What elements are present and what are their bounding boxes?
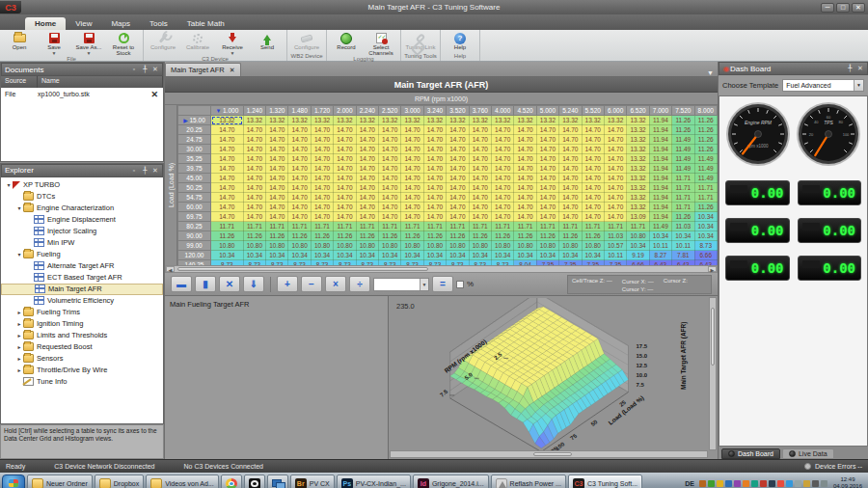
table-cell[interactable]: 14.70 (288, 154, 311, 164)
table-cell[interactable]: 11.71 (672, 193, 694, 203)
close-icon[interactable]: ✕ (151, 167, 159, 175)
table-cell[interactable]: 14.70 (604, 203, 626, 212)
table-cell[interactable]: 14.70 (447, 203, 469, 212)
table-cell[interactable]: 14.70 (447, 212, 469, 222)
reset-to-stock-button[interactable]: Reset to Stock (107, 31, 140, 56)
table-cell[interactable]: 14.70 (311, 203, 333, 212)
table-cell[interactable]: 14.70 (582, 164, 604, 174)
table-cell[interactable]: 14.70 (311, 164, 333, 174)
table-cell[interactable]: 11.94 (649, 135, 671, 145)
column-header[interactable]: 1.320 (266, 106, 288, 116)
column-header[interactable]: 6.000 (604, 106, 626, 116)
tray-icon[interactable] (725, 480, 732, 487)
table-cell[interactable]: 10.80 (423, 241, 446, 251)
table-cell[interactable]: 11.71 (491, 222, 513, 231)
tray-icon[interactable] (734, 480, 741, 487)
table-cell[interactable]: 11.26 (694, 125, 718, 135)
table-cell[interactable]: 11.71 (423, 222, 446, 231)
table-cell[interactable]: 10.34 (649, 231, 671, 241)
table-cell[interactable]: 10.80 (514, 241, 536, 251)
table-cell[interactable]: 10.34 (334, 251, 356, 260)
table-cell[interactable]: 11.71 (536, 222, 558, 231)
table-cell[interactable]: 14.70 (447, 154, 469, 164)
table-cell[interactable]: 14.70 (536, 145, 558, 154)
tray-icon[interactable] (708, 480, 715, 487)
table-cell[interactable]: 14.70 (311, 193, 333, 203)
table-cell[interactable]: 11.49 (672, 145, 694, 154)
column-header[interactable]: 5.000 (536, 106, 558, 116)
table-cell[interactable]: 10.80 (447, 241, 469, 251)
table-cell[interactable]: 10.80 (311, 241, 333, 251)
table-cell[interactable]: 14.70 (514, 125, 536, 135)
table-cell[interactable]: 14.70 (401, 212, 423, 222)
table-cell[interactable]: 14.70 (423, 212, 446, 222)
tree-item-dtcs[interactable]: DTCs (1, 191, 163, 203)
tray-icon[interactable] (803, 480, 810, 487)
table-cell[interactable]: 11.26 (401, 231, 423, 241)
column-header[interactable]: 5.240 (559, 106, 582, 116)
table-cell[interactable]: 14.70 (311, 174, 333, 183)
table-cell[interactable]: 14.70 (311, 135, 333, 145)
table-cell[interactable]: 14.70 (536, 164, 558, 174)
table-cell[interactable]: 14.70 (288, 183, 311, 193)
table-cell[interactable]: 11.71 (604, 222, 626, 231)
table-cell[interactable]: 13.32 (627, 174, 649, 183)
send-button[interactable]: Send (251, 31, 284, 56)
column-header[interactable]: 8.000 (694, 106, 718, 116)
pin-icon[interactable]: ╀ (141, 66, 149, 73)
table-cell[interactable]: 11.26 (243, 231, 265, 241)
table-cell[interactable]: 14.70 (604, 145, 626, 154)
table-cell[interactable]: 14.70 (447, 164, 469, 174)
table-cell[interactable]: 14.70 (266, 135, 288, 145)
column-header[interactable]: 1.240 (243, 106, 265, 116)
table-cell[interactable]: 14.70 (469, 135, 491, 145)
table-cell[interactable]: 14.70 (423, 174, 446, 183)
table-cell[interactable]: 14.70 (559, 135, 582, 145)
tree-expander-icon[interactable]: ▸ (15, 309, 23, 315)
task-network[interactable] (267, 474, 288, 488)
table-cell[interactable]: 10.34 (288, 251, 311, 260)
column-header[interactable]: 3.760 (469, 106, 491, 116)
table-cell[interactable]: 14.70 (401, 193, 423, 203)
table-cell[interactable]: 10.80 (627, 231, 649, 241)
set-value-button[interactable]: ▬ (171, 276, 192, 292)
table-cell[interactable]: 14.70 (266, 125, 288, 135)
table-cell[interactable]: 10.80 (536, 241, 558, 251)
tree-expander-icon[interactable]: ▾ (5, 181, 13, 188)
table-cell[interactable]: 14.70 (288, 193, 311, 203)
table-cell[interactable]: 14.70 (211, 154, 244, 164)
table-cell[interactable]: 11.26 (211, 231, 244, 241)
table-cell[interactable]: 10.11 (649, 241, 671, 251)
table-cell[interactable]: 13.32 (401, 116, 423, 125)
divide-button[interactable]: ÷ (349, 276, 370, 292)
table-cell[interactable]: 14.70 (559, 193, 582, 203)
table-cell[interactable]: 14.70 (266, 212, 288, 222)
table-cell[interactable]: 14.70 (514, 183, 536, 193)
table-cell[interactable]: 11.71 (211, 222, 244, 231)
table-cell[interactable]: 14.70 (401, 135, 423, 145)
tree-expander-icon[interactable]: ▾ (15, 204, 23, 211)
table-cell[interactable]: 11.26 (672, 116, 694, 125)
table-cell[interactable]: 14.70 (582, 125, 604, 135)
taskbar-clock[interactable]: 12:49 04.09.2016 (829, 476, 866, 488)
table-cell[interactable]: 14.70 (356, 174, 378, 183)
table-cell[interactable]: 10.80 (266, 241, 288, 251)
plot-vertical-scrollbar[interactable] (709, 297, 717, 450)
table-cell[interactable]: 14.70 (491, 145, 513, 154)
task-c3-tuning-soft[interactable]: C3C3 Tuning Soft... (568, 474, 642, 488)
table-cell[interactable]: 14.70 (469, 164, 491, 174)
column-header[interactable]: 5.520 (582, 106, 604, 116)
table-cell[interactable]: 14.70 (334, 193, 356, 203)
table-cell[interactable]: 13.32 (469, 116, 491, 125)
scroll-left-icon[interactable]: ◀ (166, 266, 175, 272)
table-cell[interactable]: 14.70 (243, 135, 265, 145)
column-header[interactable]: 3.000 (401, 106, 423, 116)
table-cell[interactable]: 10.34 (356, 251, 378, 260)
table-cell[interactable]: 11.94 (649, 164, 671, 174)
table-cell[interactable]: 14.70 (469, 174, 491, 183)
table-cell[interactable]: 14.70 (379, 164, 401, 174)
table-cell[interactable]: 14.70 (243, 183, 265, 193)
table-cell[interactable]: 14.70 (514, 154, 536, 164)
table-cell[interactable]: 14.70 (491, 125, 513, 135)
table-cell[interactable]: 14.70 (243, 212, 265, 222)
